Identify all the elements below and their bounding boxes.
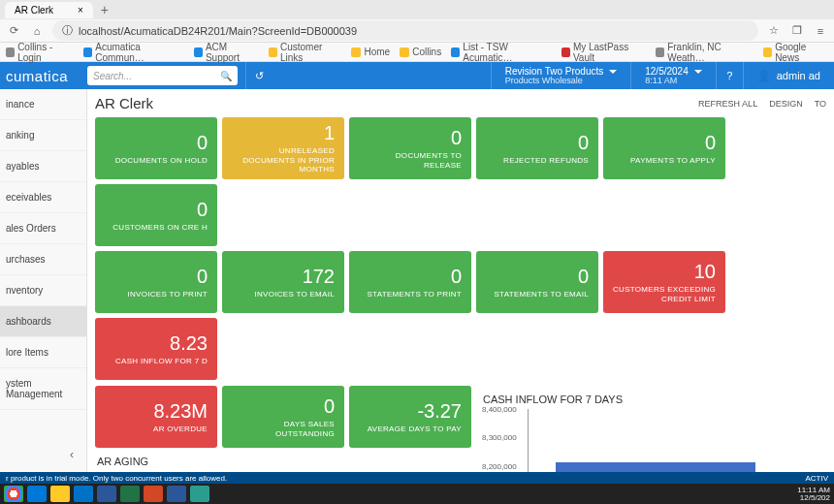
reload-icon[interactable]: ⟳ bbox=[6, 23, 21, 39]
kpi-tile[interactable]: 0PAYMENTS TO APPLY bbox=[603, 117, 725, 179]
user-icon: 👤 bbox=[757, 70, 771, 81]
tab-title: AR Clerk bbox=[15, 5, 53, 16]
favicon bbox=[763, 47, 772, 57]
taskbar-snagit[interactable] bbox=[190, 486, 209, 502]
page-title: AR Clerk bbox=[95, 95, 153, 111]
url-input[interactable]: ⓘ localhost/AcumaticaDB24R201/Main?Scree… bbox=[52, 20, 758, 41]
sidebar-item[interactable]: inance bbox=[0, 89, 86, 120]
search-input[interactable]: Search... 🔍 bbox=[87, 66, 238, 85]
taskbar-files[interactable] bbox=[50, 486, 70, 502]
app-header: cumatica Search... 🔍 ↺ Revision Two Prod… bbox=[0, 62, 834, 89]
favicon bbox=[451, 47, 460, 57]
bookmark-item[interactable]: Customer Links bbox=[269, 42, 342, 63]
bookmark-item[interactable]: Collins bbox=[400, 47, 441, 57]
favicon bbox=[194, 47, 203, 57]
page-action[interactable]: TO bbox=[815, 99, 826, 109]
kpi-tile[interactable]: 1UNRELEASED DOCUMENTS IN PRIOR MONTHS bbox=[222, 117, 344, 179]
taskbar-word2[interactable] bbox=[167, 486, 186, 502]
favicon bbox=[400, 47, 409, 57]
sidebar-item[interactable]: ayables bbox=[0, 151, 86, 182]
browser-tab[interactable]: AR Clerk × bbox=[5, 2, 93, 18]
kpi-row-1: 0DOCUMENTS ON HOLD1UNRELEASED DOCUMENTS … bbox=[95, 117, 826, 246]
taskbar-word[interactable] bbox=[97, 486, 116, 502]
business-date-selector[interactable]: 12/5/2024 8:11 AM bbox=[630, 62, 716, 89]
sidebar-item[interactable]: ystem Management bbox=[0, 368, 86, 410]
address-bar: ⟳ ⌂ ⓘ localhost/AcumaticaDB24R201/Main?S… bbox=[0, 19, 834, 43]
favicon bbox=[6, 47, 15, 57]
sidebar-expand-icon[interactable]: ‹ bbox=[70, 448, 74, 461]
kpi-row-2: 0INVOICES TO PRINT172INVOICES TO EMAIL0S… bbox=[95, 251, 826, 380]
kpi-tile[interactable]: -3.27AVERAGE DAYS TO PAY bbox=[349, 386, 471, 448]
kpi-tile[interactable]: 0STATEMENTS TO EMAIL bbox=[476, 251, 598, 313]
bookmark-item[interactable]: ACM Support bbox=[194, 42, 259, 63]
star-icon[interactable]: ☆ bbox=[766, 23, 782, 39]
cash-inflow-title: CASH INFLOW FOR 7 DAYS bbox=[483, 394, 826, 405]
favicon bbox=[269, 47, 277, 57]
system-tray[interactable]: 11:11 AM 12/5/202 bbox=[797, 487, 830, 502]
favicon bbox=[561, 47, 570, 57]
kpi-tile[interactable]: 0STATEMENTS TO PRINT bbox=[349, 251, 471, 313]
help-icon[interactable]: ? bbox=[716, 62, 743, 89]
kpi-tile[interactable]: 10CUSTOMERS EXCEEDING CREDIT LIMIT bbox=[603, 251, 725, 313]
bookmark-item[interactable]: Home bbox=[351, 47, 390, 57]
history-icon[interactable]: ↺ bbox=[245, 62, 273, 89]
info-icon: ⓘ bbox=[62, 23, 73, 38]
bookmark-item[interactable]: Google News bbox=[763, 42, 828, 63]
url-text: localhost/AcumaticaDB24R201/Main?ScreenI… bbox=[79, 25, 357, 37]
sidebar-item[interactable]: ashboards bbox=[0, 306, 86, 337]
trial-notice: r product is in trial mode. Only two con… bbox=[0, 472, 834, 484]
bookmark-item[interactable]: List - TSW Acumatic… bbox=[451, 42, 552, 63]
sidebar-item[interactable]: urchases bbox=[0, 244, 86, 275]
sidebar-item[interactable]: ales Orders bbox=[0, 213, 86, 244]
bookmark-item[interactable]: My LastPass Vault bbox=[561, 42, 646, 63]
taskbar-excel[interactable] bbox=[120, 486, 140, 502]
kpi-tile[interactable]: 0CUSTOMERS ON CRE H bbox=[95, 184, 217, 246]
sidebar-item[interactable]: lore Items bbox=[0, 337, 86, 368]
kpi-row-3: 8.23MAR OVERDUE0DAYS SALES OUTSTANDING-3… bbox=[95, 386, 471, 448]
kpi-tile[interactable]: 0DOCUMENTS ON HOLD bbox=[95, 117, 217, 179]
new-tab-button[interactable]: + bbox=[101, 2, 109, 17]
kpi-tile[interactable]: 8.23MAR OVERDUE bbox=[95, 386, 217, 448]
page-action[interactable]: REFRESH ALL bbox=[698, 99, 757, 109]
user-menu[interactable]: 👤 admin ad bbox=[743, 62, 834, 89]
bookmark-item[interactable]: Franklin, NC Weath… bbox=[656, 42, 754, 63]
sidebar-item[interactable]: eceivables bbox=[0, 182, 86, 213]
taskbar-chrome[interactable] bbox=[4, 486, 23, 502]
kpi-tile[interactable]: 172INVOICES TO EMAIL bbox=[222, 251, 344, 313]
bookmark-item[interactable]: Collins - Login bbox=[6, 42, 74, 63]
bookmark-item[interactable]: Acumatica Commun… bbox=[83, 42, 184, 63]
home-icon[interactable]: ⌂ bbox=[29, 23, 45, 39]
taskbar-powerpoint[interactable] bbox=[144, 486, 163, 502]
close-icon[interactable]: × bbox=[78, 5, 83, 16]
company-selector[interactable]: Revision Two Products Products Wholesale bbox=[491, 62, 631, 89]
chevron-down-icon bbox=[694, 70, 702, 74]
aging-title: AR AGING bbox=[97, 456, 471, 467]
sidebar: inanceankingayableseceivablesales Orders… bbox=[0, 89, 87, 491]
chevron-down-icon bbox=[609, 70, 617, 74]
taskbar: 11:11 AM 12/5/202 bbox=[0, 484, 834, 504]
page-action[interactable]: DESIGN bbox=[769, 99, 803, 109]
sidebar-item[interactable]: anking bbox=[0, 120, 86, 151]
kpi-tile[interactable]: 8.23CASH INFLOW FOR 7 D bbox=[95, 318, 217, 380]
search-placeholder: Search... bbox=[93, 71, 132, 81]
app-logo[interactable]: cumatica bbox=[0, 68, 87, 84]
taskbar-outlook[interactable] bbox=[74, 486, 93, 502]
kpi-tile[interactable]: 0INVOICES TO PRINT bbox=[95, 251, 217, 313]
page-actions: REFRESH ALLDESIGNTO bbox=[698, 99, 826, 109]
bookmarks-bar: Collins - LoginAcumatica Commun…ACM Supp… bbox=[0, 43, 834, 62]
extensions-icon[interactable]: ❐ bbox=[789, 23, 805, 39]
search-icon[interactable]: 🔍 bbox=[220, 71, 232, 81]
kpi-tile[interactable]: 0REJECTED REFUNDS bbox=[476, 117, 598, 179]
sidebar-item[interactable]: nventory bbox=[0, 275, 86, 306]
browser-tab-strip: AR Clerk × + bbox=[0, 0, 834, 19]
kpi-tile[interactable]: 0DAYS SALES OUTSTANDING bbox=[222, 386, 344, 448]
favicon bbox=[656, 47, 664, 57]
favicon bbox=[83, 47, 92, 57]
taskbar-edge[interactable] bbox=[27, 486, 47, 502]
favicon bbox=[351, 47, 361, 57]
content-area: AR Clerk REFRESH ALLDESIGNTO 0DOCUMENTS … bbox=[87, 89, 834, 491]
menu-icon[interactable]: ≡ bbox=[813, 23, 828, 39]
kpi-tile[interactable]: 0DOCUMENTS TO RELEASE bbox=[349, 117, 471, 179]
